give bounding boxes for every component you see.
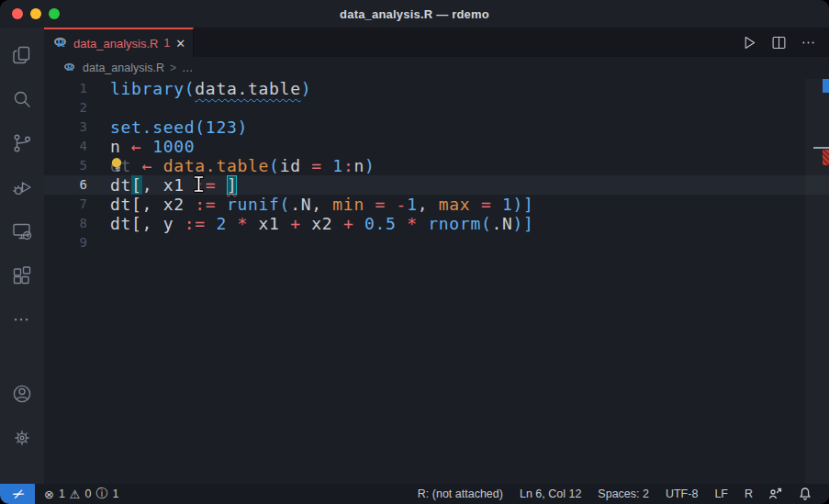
token: max [439, 195, 471, 214]
problems-status[interactable]: ⊗ 1 ⚠ 0 ⓘ 1 [44, 486, 118, 502]
token: = [481, 195, 492, 214]
status-bar: >< ⊗ 1 ⚠ 0 ⓘ 1 R: (not attached) Ln 6, C… [0, 484, 829, 504]
token: ( [481, 214, 492, 233]
explorer-icon[interactable] [0, 33, 44, 77]
code-line-5[interactable]: 5dt ← data.table(id = 1:n) [44, 156, 829, 175]
token: ← [131, 137, 142, 156]
token: dt[, y [110, 214, 185, 233]
code-text: dt[, x1 := ] [110, 175, 237, 195]
token: library [110, 79, 185, 98]
titlebar[interactable]: data_analysis.R — rdemo [0, 0, 829, 28]
error-count: 1 [59, 487, 65, 500]
minimize-window-button[interactable] [30, 8, 41, 19]
breadcrumb[interactable]: R data_analysis.R > … [44, 57, 829, 79]
tab-problems-badge: 1 [164, 37, 171, 50]
code-line-6[interactable]: 6dt[, x1 := ] [44, 175, 829, 195]
more-views-icon[interactable]: ⋯ [0, 297, 44, 342]
token: ) [301, 79, 312, 98]
tab-close-button[interactable]: ✕ [175, 38, 185, 50]
breadcrumb-file[interactable]: data_analysis.R [83, 62, 164, 74]
info-count: 1 [112, 487, 118, 500]
run-file-icon[interactable] [739, 32, 759, 52]
warning-icon: ⚠ [70, 487, 81, 501]
token [152, 156, 163, 175]
token [491, 195, 502, 214]
run-and-debug-icon[interactable] [0, 165, 44, 209]
source-control-icon[interactable] [0, 121, 44, 165]
r-session-status[interactable]: R: (not attached) [418, 487, 503, 500]
token [364, 195, 375, 214]
line-number[interactable]: 9 [44, 233, 110, 252]
search-icon[interactable] [0, 77, 44, 121]
notifications-bell-icon[interactable] [798, 487, 812, 501]
breadcrumb-symbol[interactable]: … [182, 62, 194, 74]
code-line-7[interactable]: 7dt[, x2 := runif(.N, min = -1, max = 1)… [44, 195, 829, 214]
token: ( [269, 156, 280, 175]
token: : [343, 156, 354, 175]
line-number[interactable]: 1 [44, 79, 110, 98]
token [418, 214, 429, 233]
r-language-icon: R [53, 36, 68, 50]
extensions-icon[interactable] [0, 253, 44, 297]
token [216, 175, 227, 195]
code-line-1[interactable]: 1library(data.table) [44, 79, 829, 98]
maximize-window-button[interactable] [49, 8, 60, 19]
line-number[interactable]: 8 [44, 214, 110, 233]
settings-gear-icon[interactable] [0, 416, 44, 460]
code-text: dt[, x2 := runif(.N, min = -1, max = 1)] [110, 195, 534, 214]
token: , x1 [142, 175, 196, 195]
overview-ruler[interactable] [805, 79, 829, 484]
indentation-status[interactable]: Spaces: 2 [598, 487, 649, 500]
token [206, 214, 217, 233]
code-line-4[interactable]: 4n ← 1000 [44, 137, 829, 156]
close-window-button[interactable] [12, 8, 23, 19]
chevron-right-icon: > [170, 62, 176, 74]
token [131, 156, 142, 175]
token: runif [227, 195, 280, 214]
feedback-icon[interactable] [768, 487, 783, 501]
text-ibeam-mouse-cursor [191, 175, 207, 193]
split-editor-icon[interactable] [768, 32, 789, 52]
accounts-icon[interactable] [0, 372, 44, 416]
token: ( [280, 195, 291, 214]
token: 123 [206, 118, 238, 137]
remote-indicator[interactable]: >< [0, 484, 35, 504]
lightbulb-code-action-icon[interactable] [107, 155, 126, 174]
code-text: dt ← data.table(id = 1:n) [110, 156, 375, 175]
code-line-8[interactable]: 8dt[, y := 2 * x1 + x2 + 0.5 * rnorm(.N)… [44, 214, 829, 233]
encoding-status[interactable]: UTF-8 [666, 487, 698, 500]
code-text: n ← 1000 [110, 137, 195, 156]
editor-actions [739, 28, 829, 57]
line-number[interactable]: 6 [44, 175, 110, 195]
code-line-2[interactable]: 2 [44, 98, 829, 118]
line-number[interactable]: 5 [44, 156, 110, 175]
token: 1 [332, 156, 343, 175]
tab-data-analysis[interactable]: R data_analysis.R 1 ✕ [44, 28, 194, 57]
token [397, 214, 408, 233]
vscode-window: data_analysis.R — rdemo ⋯ [0, 0, 829, 504]
line-number[interactable]: 2 [44, 98, 110, 118]
code-line-3[interactable]: 3set.seed(123) [44, 118, 829, 137]
line-number[interactable]: 7 [44, 195, 110, 214]
token: )] [513, 195, 534, 214]
token: := [195, 195, 216, 214]
eol-status[interactable]: LF [714, 487, 728, 500]
line-number[interactable]: 3 [44, 118, 110, 137]
token: id [280, 156, 312, 175]
token: .N [290, 195, 311, 214]
traffic-lights [12, 8, 60, 19]
token [216, 195, 227, 214]
remote-explorer-icon[interactable] [0, 209, 44, 253]
token: dt[, x2 [110, 195, 195, 214]
token: = [375, 195, 386, 214]
line-number[interactable]: 4 [44, 137, 110, 156]
token: 1000 [152, 137, 195, 156]
more-actions-icon[interactable] [798, 32, 818, 52]
cursor-position-status[interactable]: Ln 6, Col 12 [520, 487, 581, 500]
code-editor[interactable]: 1library(data.table)23set.seed(123)4n ← … [44, 79, 829, 484]
overview-error-marker [823, 150, 829, 165]
code-line-9[interactable]: 9 [44, 233, 829, 252]
language-mode-status[interactable]: R [745, 487, 753, 500]
token: , [418, 195, 439, 214]
token: set.seed [110, 118, 195, 137]
